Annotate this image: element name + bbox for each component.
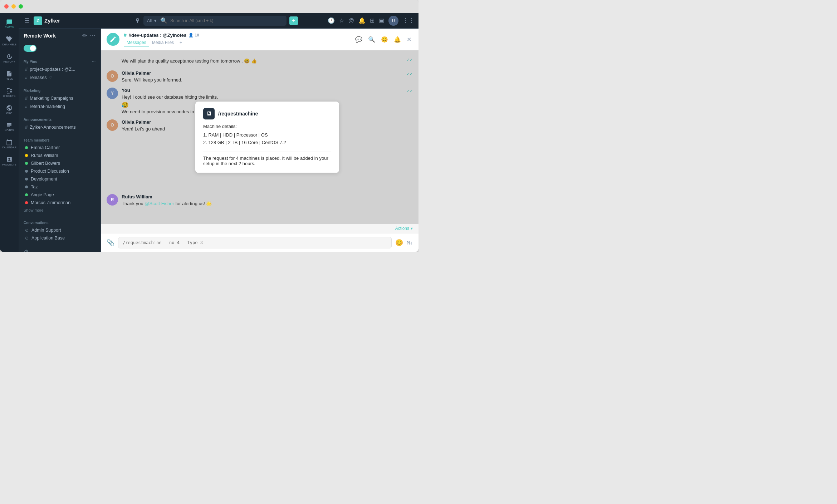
msg-tick-1: ✓✓ (406, 58, 413, 62)
search-input[interactable] (170, 18, 283, 23)
grid-icon[interactable]: ⊞ (370, 17, 375, 24)
member-product-discussion[interactable]: Product Discussion (20, 167, 99, 175)
member-development[interactable]: Development (20, 175, 99, 183)
avatar-olivia-1: O (107, 70, 118, 82)
conv-application-base[interactable]: ⊙ Application Base (20, 234, 99, 242)
team-members-title: Team members (19, 137, 101, 144)
tab-media[interactable]: Media Files (149, 39, 177, 46)
msg-header-2: Olivia Palmer (122, 70, 403, 76)
message-2: O Olivia Palmer Sure. Will keep you info… (107, 70, 413, 84)
sidebar-item-org[interactable]: ORG (1, 102, 17, 117)
notification-icon[interactable]: 🔔 (392, 35, 402, 44)
my-pins-more[interactable]: ⋯ (92, 60, 96, 64)
clock-icon[interactable]: 🕐 (328, 17, 335, 24)
tab-add[interactable]: + (177, 39, 185, 46)
actions-button[interactable]: Actions ▾ (395, 226, 413, 231)
member-marcus[interactable]: Marcus Zimmerman (20, 199, 99, 207)
more-icon[interactable]: ⋯ (90, 32, 96, 39)
settings-icon[interactable]: ⚙ (24, 249, 29, 252)
markdown-icon[interactable]: M↓ (407, 240, 413, 246)
channel-referral-marketing[interactable]: # referral-marketing (20, 102, 99, 110)
emoji-input-icon[interactable]: 😊 (395, 239, 403, 247)
compose-icon[interactable]: ✏ (82, 32, 87, 39)
bot-content: Machine details: 1. RAM | HDD | Processo… (203, 123, 331, 147)
conversations-section: Conversations ⊙ Admin Support ⊙ Applicat… (19, 217, 101, 245)
close-button[interactable] (4, 4, 9, 9)
sidebar-item-projects[interactable]: PROJECTS (1, 153, 17, 169)
sidebar-header: Remote Work ✏ ⋯ (19, 29, 101, 43)
close-channel-icon[interactable]: ✕ (405, 35, 413, 44)
search-scope-dropdown[interactable]: All ▼ (147, 18, 157, 23)
sidebar-header-icons: ✏ ⋯ (82, 32, 96, 39)
channel-marketing-campaigns[interactable]: # Marketing Campaigns (20, 94, 99, 102)
member-taz[interactable]: Taz (20, 183, 99, 191)
thread-icon[interactable]: 💬 (354, 35, 364, 44)
heart-icon: ♡ (49, 75, 52, 79)
msg-tick-3: ✓✓ (406, 88, 413, 94)
toggle-dot (30, 45, 36, 51)
bot-icon: 🖥 (203, 108, 215, 119)
mention-icon[interactable]: @ (348, 18, 354, 24)
status-dot-angie (25, 193, 28, 196)
actions-bar: Actions ▾ (101, 224, 418, 233)
bot-name: /requestmachine (218, 111, 258, 117)
logo-area: Z Zylker (34, 16, 105, 25)
sidebar-item-calendar[interactable]: CALENDAR (1, 136, 17, 152)
tab-messages[interactable]: Messages (124, 39, 149, 46)
member-angie[interactable]: Angie Page (20, 191, 99, 199)
sidebar: Remote Work ✏ ⋯ My Pins (19, 29, 101, 252)
my-pins-section: My Pins ⋯ # project-updates : @Z... # re… (19, 55, 101, 84)
sidebar-item-files[interactable]: FILES (1, 67, 17, 83)
menu-icon[interactable]: ☰ (23, 16, 31, 25)
message-1: We will plan the quality acceptance test… (107, 56, 413, 66)
msg-content-rufus: Rufus William Thank you @Scott Fisher fo… (122, 194, 413, 207)
channel-info: ##dev-updates : @Zylnotes 👤 10 Messages … (124, 32, 349, 46)
member-emma[interactable]: Emma Cartner (20, 144, 99, 152)
layout-icon[interactable]: ▣ (379, 17, 384, 24)
msg-text-1: We will plan the quality acceptance test… (122, 58, 257, 64)
apps-icon[interactable]: ⋮⋮ (403, 17, 414, 24)
status-toggle[interactable] (24, 45, 36, 52)
pin-item-project-updates[interactable]: # project-updates : @Z... (20, 65, 99, 73)
status-dot-emma (25, 146, 28, 149)
channel-zylker-announcements[interactable]: # Zylker-Announcements (20, 123, 99, 131)
logo-text: Zylker (44, 18, 60, 24)
member-rufus[interactable]: Rufus William (20, 152, 99, 159)
msg-header-3: You (122, 88, 403, 93)
marketing-section: Marketing # Marketing Campaigns # referr… (19, 84, 101, 113)
avatar-rufus: R (107, 194, 118, 206)
mic-icon[interactable]: 🎙 (135, 18, 141, 24)
bell-icon[interactable]: 🔔 (358, 17, 366, 24)
channel-name: ##dev-updates : @Zylnotes 👤 10 (124, 32, 349, 38)
conv-admin-support[interactable]: ⊙ Admin Support (20, 226, 99, 234)
add-button[interactable]: + (289, 16, 298, 25)
emoji-header-icon[interactable]: 😊 (380, 35, 390, 44)
command-input-field[interactable]: /requestmachine - no 4 - type 3 (118, 237, 392, 248)
avatar[interactable]: U (388, 16, 398, 26)
chat-panel: ##dev-updates : @Zylnotes 👤 10 Messages … (101, 29, 418, 252)
maximize-button[interactable] (19, 4, 23, 9)
msg-header-rufus: Rufus William (122, 194, 413, 199)
minimize-button[interactable] (11, 4, 16, 9)
sidebar-item-widgets[interactable]: WIDGETS (1, 84, 17, 100)
sidebar-item-history[interactable]: HISTORY (1, 50, 17, 66)
status-dot-marcus (25, 201, 28, 204)
channel-header: ##dev-updates : @Zylnotes 👤 10 Messages … (101, 29, 418, 50)
sidebar-item-channels[interactable]: CHANNELS (1, 33, 17, 49)
member-count-icon: 👤 10 (189, 33, 199, 38)
conv-icon-1: ⊙ (25, 228, 29, 233)
mention-scott[interactable]: @Scott Fisher (145, 201, 174, 206)
star-icon[interactable]: ☆ (339, 17, 344, 24)
search-messages-icon[interactable]: 🔍 (367, 35, 377, 44)
status-dot-gilbert (25, 162, 28, 165)
sidebar-item-notes[interactable]: NOTES (1, 119, 17, 134)
conv-icon-2: ⊙ (25, 236, 29, 241)
member-gilbert[interactable]: Gilbert Bowers (20, 159, 99, 167)
sidebar-item-chats[interactable]: CHATS (1, 16, 17, 31)
marketing-title: Marketing (19, 87, 101, 94)
attachment-icon[interactable]: 📎 (107, 239, 114, 247)
header-actions: 💬 🔍 😊 🔔 ✕ (354, 35, 413, 44)
show-more-link[interactable]: Show more (19, 207, 101, 214)
search-area[interactable]: All ▼ 🔍 (143, 16, 287, 26)
pin-item-releases[interactable]: # releases ♡ (20, 73, 99, 81)
